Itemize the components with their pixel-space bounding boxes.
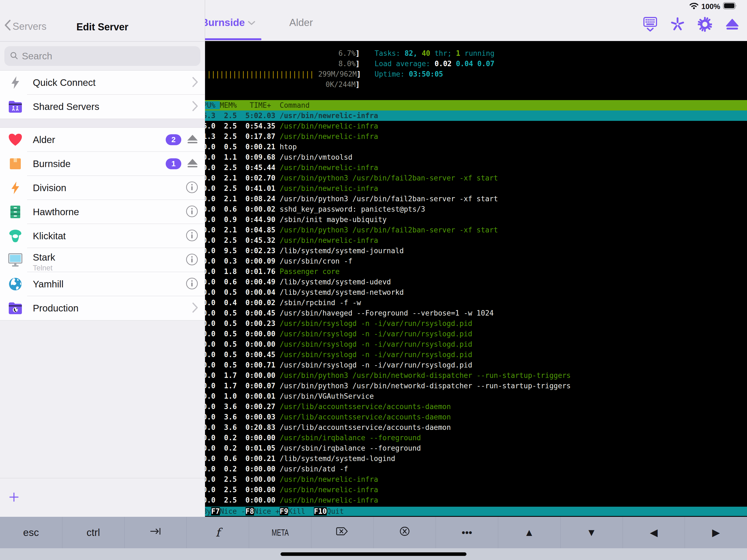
section-gap [0,119,205,128]
key-function[interactable]: f [187,517,249,548]
search-placeholder: Search [22,51,52,61]
key-meta[interactable]: META [249,517,311,548]
display-icon [8,253,22,267]
key-clear[interactable] [374,517,436,548]
info-icon[interactable] [186,205,198,219]
eject-icon[interactable] [725,16,739,33]
sidebar-item-division[interactable]: Division [0,176,205,200]
settings-icon[interactable] [698,16,712,33]
tab-icon [149,526,162,539]
add-server-button[interactable] [9,492,19,503]
fkey-f7[interactable]: F7 [211,507,220,515]
key-arrow-up[interactable]: ▲ [498,517,561,548]
key-label: ◀ [650,527,658,538]
bolt-icon [8,75,22,90]
keyboard-accessory-bar: escctrlfMETA•••▲▼◀▶ [0,517,747,548]
sidebar-item-label: Yamhill [33,279,63,289]
sidebar-item-label: Shared Servers [33,101,99,112]
sidebar-item-label: Production [33,303,78,314]
key-label: META [272,528,288,538]
box-icon [8,157,22,171]
key-label: f [216,526,220,539]
folder-globe-icon [8,301,22,315]
key-arrow-left[interactable]: ◀ [623,517,685,548]
chevron-right-icon [192,77,198,88]
sidebar-item-klickitat[interactable]: Klickitat [0,224,205,248]
sort-column-cpu: PU% [203,101,220,109]
folder-people-icon [8,100,22,114]
key-arrow-right[interactable]: ▶ [685,517,747,548]
keyboard-dismiss-icon[interactable] [643,16,657,33]
sidebar-item-label: Quick Connect [33,77,96,88]
add-server-row [0,478,205,517]
sidebar-empty-area [0,321,205,478]
key-ctrl[interactable]: ctrl [62,517,125,548]
bolt-icon [8,181,22,195]
sidebar-item-alder[interactable]: Alder2 [0,128,205,152]
tab-burnside[interactable]: Burnside [201,17,256,28]
sidebar-item-label: Alder [33,134,55,145]
info-icon[interactable] [186,181,198,195]
fkey-f9[interactable]: F9 [280,507,288,515]
key-delete-forward[interactable] [311,517,374,548]
info-icon[interactable] [186,229,198,243]
sidebar-item-burnside[interactable]: Burnside1 [0,152,205,176]
key-arrow-down[interactable]: ▼ [561,517,623,548]
load-average-line: Load average: 0.02 0.04 0.07 [375,58,494,69]
sidebar-item-subtitle: Telnet [33,264,55,272]
eject-server-icon[interactable] [187,158,198,169]
key-more[interactable]: ••• [436,517,498,548]
fkey-label: Kill [288,507,314,515]
shortcut-list: Quick ConnectShared Servers [0,71,205,119]
home-indicator[interactable] [281,552,466,556]
info-icon[interactable] [186,277,198,291]
battery-percent: 100% [701,2,720,11]
mushroom-icon [8,229,22,243]
cpu-meter-2: 8.0%] [203,58,360,69]
fkey-label: Nice + [254,507,280,515]
fkey-f8[interactable]: F8 [246,507,254,515]
sidebar-item-production[interactable]: Production [0,296,205,320]
sidebar-item-yamhill[interactable]: Yamhill [0,272,205,296]
key-label: ▼ [587,527,597,538]
search-icon [10,51,18,61]
sidebar-nav-header: Servers Edit Server [0,12,205,42]
sidebar-item-label: Burnside [33,158,71,169]
key-esc[interactable]: esc [0,517,62,548]
sidebar-item-label: Klickitat [33,230,66,241]
battery-icon [723,2,737,11]
tab-alder[interactable]: Alder [289,17,313,28]
tab-alder-label: Alder [289,17,313,28]
globe-icon [8,277,22,291]
key-label: ▲ [524,527,534,538]
sidebar-item-quick-connect[interactable]: Quick Connect [0,71,205,95]
connection-count-badge: 1 [166,158,181,169]
tasks-line: Tasks: 82, 40 thr; 1 running [375,48,494,58]
fkey-f10[interactable]: F10 [314,507,327,515]
cpu-meter-1: 6.7%] [203,48,360,58]
sidebar-item-stark[interactable]: StarkTelnet [0,248,205,272]
page-title: Edit Server [0,21,205,33]
swap-meter: 0K/244M] [203,79,360,90]
search-input[interactable]: Search [4,46,200,66]
chevron-down-icon [248,17,256,28]
clear-x-icon [399,526,410,539]
sidebar-item-label: Hawthorne [33,206,79,218]
uptime-line: Uptime: 03:50:05 [375,69,443,79]
info-icon[interactable] [186,253,198,267]
home-bar [0,548,747,560]
cabinet-icon [8,205,22,219]
terminal-toolbar [643,16,739,33]
sidebar-item-label: Division [33,182,67,193]
eject-server-icon[interactable] [187,134,198,145]
server-sidebar: Servers Edit Server Search Quick Connect… [0,0,205,517]
server-list: Alder2Burnside1DivisionHawthorneKlickita… [0,128,205,321]
sidebar-item-hawthorne[interactable]: Hawthorne [0,200,205,224]
chevron-right-icon [192,302,198,314]
key-label: esc [23,527,39,538]
status-right: 100% [689,2,737,11]
key-tab[interactable] [125,517,187,548]
key-label: ••• [462,527,472,538]
snippets-icon[interactable] [670,16,685,33]
sidebar-item-shared-servers[interactable]: Shared Servers [0,95,205,119]
